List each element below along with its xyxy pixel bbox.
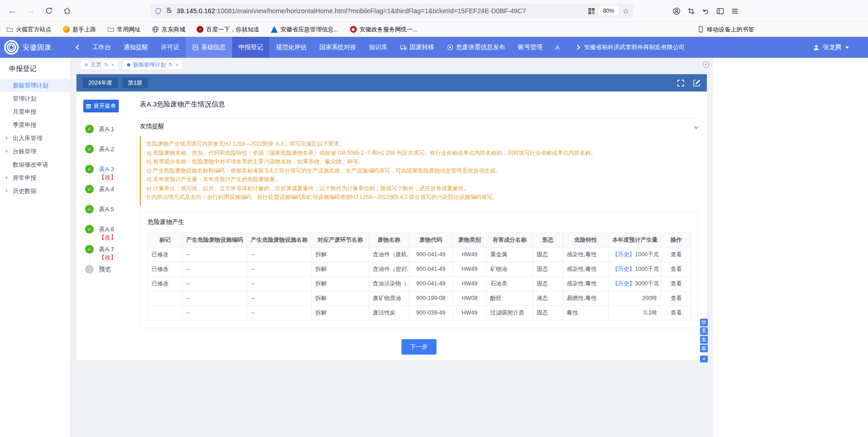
chevron-right-icon[interactable] bbox=[575, 45, 580, 50]
step-a7[interactable]: ✓ 表A.7 【改】 bbox=[85, 245, 140, 265]
version-chip[interactable]: 第1版 bbox=[122, 77, 148, 88]
history-badge[interactable]: 【历史】 bbox=[612, 266, 635, 272]
mobile-device-icon bbox=[697, 26, 704, 33]
step-a5[interactable]: ✓ 表A.5 bbox=[85, 205, 140, 225]
bookmark-item[interactable]: 百度一下，你就知道 bbox=[197, 25, 259, 34]
nav-item-basic-info[interactable]: 基础信息 bbox=[186, 37, 232, 58]
sidebar-item-quarterly[interactable]: 季度申报 bbox=[0, 118, 70, 132]
screenshot-icon[interactable] bbox=[687, 7, 695, 15]
tab-new-plan[interactable]: 新版管理计划 ↻ × bbox=[122, 60, 183, 70]
tab-refresh-icon[interactable]: ↻ bbox=[104, 62, 108, 68]
nav-item-knowledge-base[interactable]: 知识库 bbox=[363, 37, 394, 58]
year-chip[interactable]: 2024年度 bbox=[83, 77, 118, 88]
step-a4[interactable]: ✓ 表A.4 bbox=[85, 185, 140, 205]
bookmark-item[interactable]: 新手上路 bbox=[63, 25, 96, 34]
sidebar-item-data-change[interactable]: 数据修改申请 bbox=[0, 158, 70, 171]
view-link[interactable]: 查看 bbox=[661, 247, 691, 262]
step-a3[interactable]: ✓ 表A.3 【改】 bbox=[85, 165, 140, 185]
col-form: 形态 bbox=[533, 233, 563, 247]
forward-icon[interactable]: → bbox=[23, 3, 38, 19]
qr-code-icon[interactable] bbox=[588, 8, 595, 15]
collapse-widget-button[interactable]: « bbox=[700, 356, 708, 362]
view-link[interactable]: 查看 bbox=[661, 291, 691, 305]
cell-facility-code: -- bbox=[183, 247, 247, 262]
tab-refresh-icon[interactable]: ↻ bbox=[168, 62, 173, 68]
zoom-level-badge[interactable]: 80% bbox=[599, 6, 619, 15]
view-link[interactable]: 查看 bbox=[661, 305, 691, 320]
reload-icon[interactable] bbox=[41, 3, 56, 19]
step-a2[interactable]: ✓ 表A.2 bbox=[85, 145, 140, 165]
tab-home[interactable]: 主页 ↻ × bbox=[80, 60, 119, 70]
nav-collapse-icon[interactable] bbox=[71, 37, 86, 58]
step-a1[interactable]: ✓ 表A.1 bbox=[85, 125, 140, 145]
tab-close-icon[interactable]: × bbox=[175, 62, 178, 68]
expand-menu-button[interactable]: 展开菜单 bbox=[83, 100, 119, 112]
folder-icon bbox=[107, 26, 114, 33]
cell-facility-name: -- bbox=[247, 291, 312, 305]
contact-char[interactable]: 联 bbox=[700, 319, 708, 326]
table-row: 已修改 -- -- 拆解 含油沾染物（... 900-041-49 HW49 石… bbox=[148, 276, 691, 291]
nav-item-declaration[interactable]: 申报登记 bbox=[232, 37, 269, 58]
tracking-shield-icon[interactable] bbox=[155, 8, 162, 15]
nav-menu: 工作台 通知提醒 许可证 基础信息 申报登记 规范化评估 国家系统对接 知识库 … bbox=[86, 37, 566, 58]
nav-item-license[interactable]: 许可证 bbox=[155, 37, 186, 58]
contact-char[interactable]: 客 bbox=[700, 336, 708, 344]
nav-item-a[interactable]: A bbox=[549, 37, 566, 58]
cell-harmful: 酚烃 bbox=[487, 291, 533, 305]
url-text[interactable]: 39.145.0.162:10081/main/view/home/horizo… bbox=[177, 7, 584, 15]
sidebar-item-inout-storage[interactable]: 出入库管理 bbox=[0, 132, 70, 145]
bookmark-item[interactable]: 常用网址 bbox=[107, 25, 141, 34]
mobile-bookmarks[interactable]: 移动设备上的书签 bbox=[697, 25, 754, 34]
nav-item-workbench[interactable]: 工作台 bbox=[86, 37, 117, 58]
collapse-chevron-icon[interactable] bbox=[694, 124, 699, 129]
user-menu[interactable]: 张龙腾 bbox=[813, 37, 849, 58]
home-icon[interactable] bbox=[59, 3, 75, 19]
url-bar[interactable]: 39.145.0.162:10081/main/view/home/horizo… bbox=[150, 4, 634, 18]
nav-item-standard-eval[interactable]: 规范化评估 bbox=[269, 37, 313, 58]
nav-item-notifications[interactable]: 通知提醒 bbox=[117, 37, 155, 58]
nav-item-account[interactable]: 账号管理 bbox=[512, 37, 549, 58]
sidebar-item-plan[interactable]: 管理计划 bbox=[0, 92, 70, 105]
cell-hazard: 毒性 bbox=[563, 305, 609, 320]
cell-facility-code: -- bbox=[183, 291, 247, 305]
col-facility-code: 产生危险废物设施编码 bbox=[183, 233, 247, 247]
sidebar-item-new-plan[interactable]: 新版管理计划 bbox=[0, 79, 70, 92]
reminder-title: 友情提醒 bbox=[140, 122, 164, 131]
view-link[interactable]: 查看 bbox=[661, 262, 691, 276]
insecure-lock-icon[interactable] bbox=[166, 7, 173, 15]
bookmark-item[interactable]: 安徽省应急管理信息... bbox=[271, 25, 339, 34]
account-icon[interactable] bbox=[673, 7, 680, 15]
fullscreen-icon[interactable] bbox=[677, 79, 685, 87]
nav-item-national-system[interactable]: 国家系统对接 bbox=[313, 37, 363, 58]
edit-icon[interactable] bbox=[693, 79, 700, 87]
cell-harmful: 重金属 bbox=[487, 247, 533, 262]
tab-close-icon[interactable]: × bbox=[111, 62, 114, 68]
nav-item-supply-demand[interactable]: 危废供需信息发布 bbox=[441, 37, 512, 58]
sidebar-item-abnormal[interactable]: 异常申报 bbox=[0, 171, 70, 184]
history-badge[interactable]: 【历史】 bbox=[612, 251, 635, 258]
col-process: 对应产废环节名称 bbox=[312, 233, 369, 247]
undo-icon[interactable] bbox=[702, 7, 710, 15]
view-link[interactable]: 查看 bbox=[661, 276, 691, 291]
contact-char[interactable]: 服 bbox=[700, 345, 708, 352]
step-a6[interactable]: ✓ 表A.6 【改】 bbox=[85, 225, 140, 245]
menu-hamburger-icon[interactable] bbox=[731, 7, 739, 15]
bookmark-item[interactable]: 火狐官方站点 bbox=[6, 25, 51, 34]
step-preview[interactable]: ··· 预览 bbox=[85, 265, 140, 285]
contact-char[interactable]: 系 bbox=[700, 327, 708, 335]
bookmark-item[interactable]: 安徽政务服务网统一... bbox=[350, 25, 418, 34]
tab-options-icon[interactable] bbox=[703, 61, 709, 68]
bookmark-item[interactable]: 京东商城 bbox=[152, 25, 185, 34]
history-badge[interactable]: 【历史】 bbox=[612, 280, 635, 287]
bookmark-star-icon[interactable]: ☆ bbox=[623, 7, 629, 15]
nav-item-waste-transfer[interactable]: 固废转移 bbox=[394, 37, 441, 58]
sidebars-icon[interactable] bbox=[716, 7, 724, 15]
sidebar-item-ledger[interactable]: 台账管理 bbox=[0, 145, 70, 158]
sidebar-item-history[interactable]: 历史数据 bbox=[0, 184, 70, 198]
cell-waste-category: HW49 bbox=[453, 276, 487, 291]
back-icon[interactable]: ← bbox=[5, 3, 20, 19]
screen: ← → 39.145.0.162:10081/main/view/home/ho… bbox=[0, 0, 868, 437]
sidebar-item-monthly[interactable]: 月度申报 bbox=[0, 105, 70, 118]
reminder-header[interactable]: 友情提醒 bbox=[140, 118, 698, 135]
next-step-button[interactable]: 下一步 bbox=[401, 339, 437, 355]
